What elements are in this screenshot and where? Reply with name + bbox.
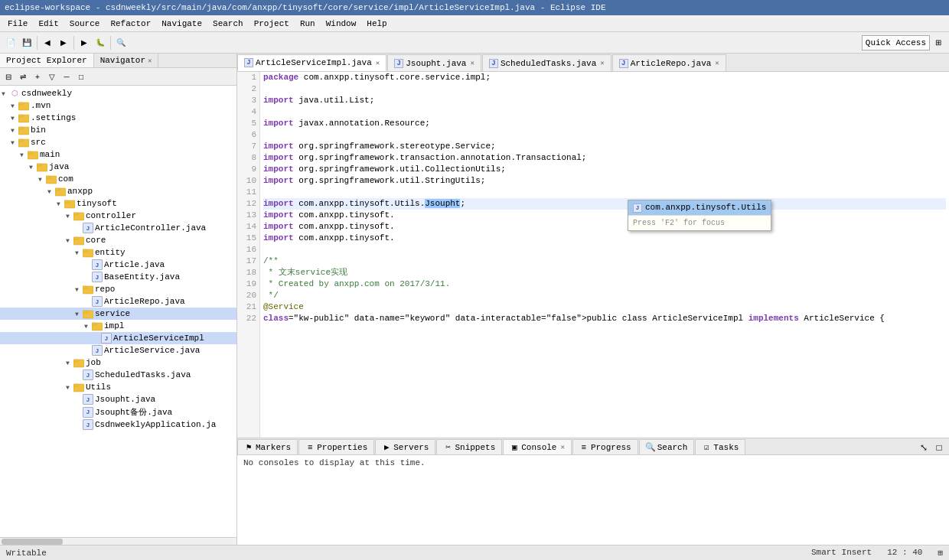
menu-item-window[interactable]: Window xyxy=(321,18,361,30)
menu-item-file[interactable]: File xyxy=(3,18,32,30)
tree-item[interactable]: JCsdnweeklyApplication.ja xyxy=(0,418,236,431)
tree-item[interactable]: JJsoupht.java xyxy=(0,393,236,405)
code-editor[interactable]: 12345678910111213141516171819202122 Jcom… xyxy=(237,72,949,438)
java-icon: J xyxy=(83,223,93,233)
tree-item[interactable]: ▼tinysoft xyxy=(0,197,236,210)
menu-item-help[interactable]: Help xyxy=(362,18,391,30)
line-number: 1 xyxy=(240,72,256,83)
bottom-expand-btn[interactable]: ⤡ xyxy=(917,441,931,454)
tree-item[interactable]: JBaseEntity.java xyxy=(0,271,236,283)
tree-item[interactable]: ▼.settings xyxy=(0,112,236,124)
toolbar-back[interactable]: ◀ xyxy=(40,35,55,50)
tree-item-label: repo xyxy=(95,285,115,294)
toolbar-debug[interactable]: 🐛 xyxy=(93,35,108,50)
toolbar-sep-1 xyxy=(37,36,38,50)
menu-item-project[interactable]: Project xyxy=(249,18,294,30)
tree-item-label: CsdnweeklyApplication.ja xyxy=(95,420,216,429)
tree-item[interactable]: ▼Utils xyxy=(0,381,236,393)
toolbar-forward[interactable]: ▶ xyxy=(56,35,71,50)
code-content[interactable]: Jcom.anxpp.tinysoft.UtilsPress 'F2' for … xyxy=(260,72,949,438)
bottom-tab-snippets[interactable]: ✂Snippets xyxy=(436,439,502,454)
toolbar-save[interactable]: 💾 xyxy=(19,35,34,50)
line-number: 17 xyxy=(240,256,256,267)
tree-item[interactable]: ▼service xyxy=(0,308,236,320)
menu-item-search[interactable]: Search xyxy=(208,18,248,30)
sidebar-menu[interactable]: ▽ xyxy=(45,70,59,83)
bottom-tab-label: Tasks xyxy=(713,443,739,452)
editor-tab-close[interactable]: ✕ xyxy=(376,59,380,67)
editor-tab-ArticleRepo-java[interactable]: JArticleRepo.java✕ xyxy=(612,54,726,71)
editor-tab-close[interactable]: ✕ xyxy=(470,59,474,67)
tree-item-label: tinysoft xyxy=(77,199,117,208)
editor-tab-ScheduledTasks-java[interactable]: JScheduledTasks.java✕ xyxy=(482,54,611,71)
tree-item[interactable]: JScheduledTasks.java xyxy=(0,369,236,381)
tree-item[interactable]: ▼main xyxy=(0,148,236,161)
bottom-tab-properties[interactable]: ≡Properties xyxy=(298,439,374,454)
bottom-maximize-btn[interactable]: □ xyxy=(932,441,946,454)
svg-rect-31 xyxy=(73,360,78,362)
toolbar-search[interactable]: 🔍 xyxy=(113,35,129,50)
bottom-tab-close[interactable]: ✕ xyxy=(560,443,564,451)
tree-item-label: ArticleServiceImpl xyxy=(113,334,204,343)
toolbar-run[interactable]: ▶ xyxy=(77,35,92,50)
tree-item[interactable]: ▼job xyxy=(0,357,236,369)
sidebar-link-editor[interactable]: ⇌ xyxy=(16,70,30,83)
tree-item[interactable]: ▼controller xyxy=(0,210,236,222)
tree-item[interactable]: ▼core xyxy=(0,234,236,246)
tree-item[interactable]: ▼src xyxy=(0,136,236,148)
tree-item[interactable]: ▼entity xyxy=(0,246,236,259)
tree-item[interactable]: JArticle.java xyxy=(0,259,236,271)
editor-tab-close[interactable]: ✕ xyxy=(715,59,719,67)
menu-item-source[interactable]: Source xyxy=(65,18,105,30)
tree-item[interactable]: ▼.mvn xyxy=(0,99,236,112)
tree-item[interactable]: ▼⬡csdnweekly xyxy=(0,87,236,99)
menu-bar: FileEditSourceRefactorNavigateSearchProj… xyxy=(0,15,949,32)
tree-item[interactable]: ▼com xyxy=(0,173,236,185)
bottom-tab-progress[interactable]: ≡Progress xyxy=(572,439,638,454)
toolbar-maximize[interactable]: ⊞ xyxy=(931,35,946,50)
folder-icon xyxy=(46,174,57,184)
tree-item[interactable]: JJsoupht备份.java xyxy=(0,405,236,418)
code-line: package com.anxpp.tinysoft.core.service.… xyxy=(263,72,946,83)
tree-item[interactable]: JArticleRepo.java xyxy=(0,295,236,308)
sidebar-maximize[interactable]: □ xyxy=(74,70,88,83)
toolbar-new[interactable]: 📄 xyxy=(3,35,18,50)
editor-tab-ArticleServiceImpl-java[interactable]: JArticleServiceImpl.java✕ xyxy=(237,54,386,71)
keyword: import xyxy=(263,210,294,220)
bottom-tab-search[interactable]: 🔍Search xyxy=(639,439,695,454)
status-bar: Writable Smart Insert 12 : 40 ⊞ xyxy=(0,545,949,560)
bottom-tab-servers[interactable]: ▶Servers xyxy=(375,439,435,454)
tree-arrow: ▼ xyxy=(66,360,73,366)
editor-tab-close[interactable]: ✕ xyxy=(600,59,604,67)
menu-item-navigate[interactable]: Navigate xyxy=(157,18,207,30)
editor-tab-Jsoupht-java[interactable]: JJsoupht.java✕ xyxy=(387,54,481,71)
sidebar-tab-navigator[interactable]: Navigator ✕ xyxy=(94,54,159,67)
tree-item[interactable]: ▼bin xyxy=(0,124,236,136)
sidebar-tab-project-explorer[interactable]: Project Explorer xyxy=(0,54,94,67)
menu-item-refactor[interactable]: Refactor xyxy=(106,18,155,30)
bottom-tab-markers[interactable]: ⚑Markers xyxy=(237,439,298,454)
bottom-tab-console[interactable]: ▣Console✕ xyxy=(503,439,572,454)
tree-item-label: entity xyxy=(95,248,126,257)
sidebar-new[interactable]: + xyxy=(31,70,44,83)
tree-item[interactable]: JArticleService.java xyxy=(0,344,236,357)
autocomplete-popup[interactable]: Jcom.anxpp.tinysoft.UtilsPress 'F2' for … xyxy=(628,200,771,231)
quick-access[interactable]: Quick Access xyxy=(862,35,930,50)
autocomplete-hint: Press 'F2' for focus xyxy=(628,215,771,230)
sidebar-collapse-all[interactable]: ⊟ xyxy=(2,70,15,83)
tree-item[interactable]: ▼java xyxy=(0,161,236,173)
java-icon: J xyxy=(92,259,103,270)
tree-item[interactable]: JArticleController.java xyxy=(0,222,236,234)
autocomplete-item[interactable]: Jcom.anxpp.tinysoft.Utils xyxy=(628,200,771,215)
menu-item-edit[interactable]: Edit xyxy=(34,18,63,30)
menu-item-run[interactable]: Run xyxy=(295,18,320,30)
bottom-tab-tasks[interactable]: ☑Tasks xyxy=(695,439,745,454)
tree-item[interactable]: ▼impl xyxy=(0,320,236,332)
sidebar-minimize[interactable]: ─ xyxy=(60,70,73,83)
tree-item[interactable]: JArticleServiceImpl xyxy=(0,332,236,344)
comment: * Created by anxpp.com on 2017/3/11. xyxy=(263,279,450,288)
tree-item[interactable]: ▼anxpp xyxy=(0,185,236,197)
code-line: import org.springframework.transaction.a… xyxy=(263,152,946,164)
sidebar-tab-navigator-close[interactable]: ✕ xyxy=(148,57,152,65)
tree-item[interactable]: ▼repo xyxy=(0,283,236,295)
